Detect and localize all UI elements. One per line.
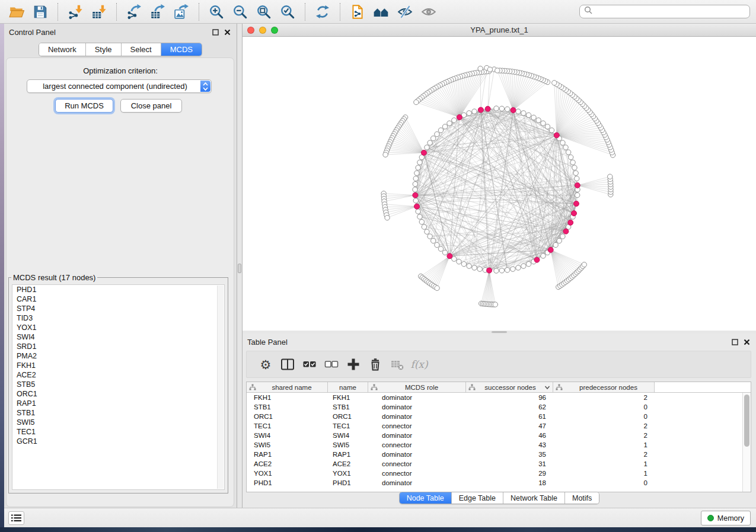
mcds-list-scrollbar[interactable]: [217, 286, 224, 489]
mcds-result-item[interactable]: TID3: [12, 313, 224, 323]
mcds-hub-node[interactable]: [478, 107, 483, 113]
settings-gear-icon[interactable]: ⚙: [257, 355, 275, 373]
tab-network[interactable]: Network: [39, 43, 86, 56]
tab-mcds[interactable]: MCDS: [161, 43, 202, 56]
zoom-in-icon[interactable]: [208, 3, 225, 21]
column-header-successor-nodes[interactable]: successor nodes: [466, 382, 553, 392]
zoom-fit-icon[interactable]: [255, 3, 273, 21]
mcds-hub-node[interactable]: [485, 106, 490, 111]
mcds-result-item[interactable]: YOX1: [12, 323, 224, 332]
task-list-button[interactable]: [8, 511, 24, 525]
mcds-hub-node[interactable]: [447, 254, 452, 259]
mcds-result-item[interactable]: PHD1: [12, 285, 224, 294]
deselect-all-icon[interactable]: [323, 355, 340, 373]
mcds-hub-node[interactable]: [421, 150, 426, 155]
column-header-predecessor-nodes[interactable]: predecessor nodes: [553, 382, 655, 392]
split-columns-icon[interactable]: [279, 355, 296, 373]
mcds-hub-node[interactable]: [511, 107, 516, 113]
mcds-hub-node[interactable]: [568, 220, 573, 225]
splitter-grip[interactable]: [492, 331, 507, 333]
table-row[interactable]: SWI4SWI4dominator462: [247, 431, 751, 440]
mcds-result-item[interactable]: ACE2: [12, 370, 224, 380]
export-image-icon[interactable]: [173, 3, 190, 21]
memory-button[interactable]: Memory: [701, 511, 751, 525]
mcds-result-item[interactable]: PMA2: [12, 351, 224, 361]
mcds-result-item[interactable]: SWI4: [12, 332, 224, 342]
add-column-icon[interactable]: [344, 355, 362, 373]
mcds-hub-node[interactable]: [457, 114, 462, 120]
table-row[interactable]: RAP1RAP1dominator352: [247, 450, 751, 459]
table-row[interactable]: ACE2ACE2connector311: [247, 459, 751, 469]
import-network-icon[interactable]: [66, 3, 84, 21]
mcds-hub-node[interactable]: [575, 182, 580, 188]
mcds-hub-node[interactable]: [554, 133, 559, 138]
table-row[interactable]: TEC1TEC1connector472: [247, 421, 751, 431]
search-input[interactable]: [593, 8, 745, 16]
run-mcds-button[interactable]: Run MCDS: [55, 99, 113, 113]
column-header-shared-name[interactable]: shared name: [247, 382, 328, 392]
mcds-result-item[interactable]: SWI5: [12, 418, 224, 427]
mcds-result-item[interactable]: STB1: [12, 408, 224, 418]
float-panel-icon[interactable]: [730, 337, 739, 347]
share-document-icon[interactable]: [349, 3, 366, 21]
table-row[interactable]: YOX1YOX1connector291: [247, 469, 751, 478]
mcds-result-item[interactable]: CAR1: [12, 294, 224, 304]
open-folder-icon[interactable]: [8, 3, 25, 21]
table-scrollbar[interactable]: [742, 393, 751, 492]
mcds-hub-node[interactable]: [548, 247, 553, 252]
tab-network-table[interactable]: Network Table: [503, 492, 565, 504]
import-table-icon[interactable]: [90, 3, 108, 21]
mcds-hub-node[interactable]: [534, 257, 540, 262]
export-table-icon[interactable]: [149, 3, 167, 21]
mcds-result-item[interactable]: TEC1: [12, 427, 224, 437]
mcds-hub-node[interactable]: [413, 193, 418, 198]
network-canvas[interactable]: [243, 37, 756, 331]
mcds-hub-node[interactable]: [563, 229, 569, 234]
close-panel-icon[interactable]: [222, 27, 232, 37]
mcds-hub-node[interactable]: [414, 204, 419, 209]
table-row[interactable]: PHD1PHD1dominator180: [247, 478, 751, 488]
network-window-titlebar[interactable]: YPA_prune.txt_1: [243, 24, 756, 37]
node-table[interactable]: shared namenameMCDS rolesuccessor nodesp…: [246, 382, 751, 492]
mcds-result-item[interactable]: FKH1: [12, 361, 224, 370]
tab-motifs[interactable]: Motifs: [565, 492, 599, 504]
search-field[interactable]: [579, 5, 750, 18]
optimization-criterion-select[interactable]: largest connected component (undirected): [27, 79, 212, 93]
close-panel-button[interactable]: Close panel: [120, 99, 182, 113]
close-panel-icon[interactable]: [742, 337, 751, 347]
tab-select[interactable]: Select: [122, 43, 161, 56]
hide-selection-icon[interactable]: [396, 3, 414, 21]
circular-network-graph[interactable]: [243, 37, 756, 331]
mcds-result-item[interactable]: STP4: [12, 304, 224, 313]
save-icon[interactable]: [31, 3, 49, 21]
mcds-result-list[interactable]: PHD1CAR1STP4TID3YOX1SWI4SRD1PMA2FKH1ACE2…: [12, 284, 225, 490]
show-all-icon[interactable]: [420, 3, 438, 21]
tab-edge-table[interactable]: Edge Table: [452, 492, 503, 504]
vertical-splitter[interactable]: [237, 24, 243, 508]
refresh-layout-icon[interactable]: [314, 3, 331, 21]
float-panel-icon[interactable]: [210, 27, 220, 37]
mcds-result-item[interactable]: SRD1: [12, 342, 224, 351]
splitter-grip[interactable]: [238, 264, 241, 273]
export-network-icon[interactable]: [125, 3, 143, 21]
delete-column-icon[interactable]: [366, 355, 384, 373]
mcds-result-item[interactable]: STB5: [12, 380, 224, 389]
table-row[interactable]: FKH1FKH1dominator962: [247, 393, 751, 402]
mcds-hub-node[interactable]: [573, 201, 579, 206]
zoom-selected-icon[interactable]: [279, 3, 296, 21]
mcds-result-item[interactable]: ORC1: [12, 389, 224, 399]
tab-style[interactable]: Style: [86, 43, 122, 56]
zoom-out-icon[interactable]: [231, 3, 249, 21]
table-scrollbar-thumb[interactable]: [744, 395, 749, 447]
mcds-hub-node[interactable]: [572, 211, 577, 216]
table-row[interactable]: SWI5SWI5connector431: [247, 440, 751, 450]
first-neighbors-icon[interactable]: [372, 3, 390, 21]
mcds-hub-node[interactable]: [487, 268, 492, 273]
table-row[interactable]: STB1STB1dominator620: [247, 402, 751, 412]
column-header-MCDS-role[interactable]: MCDS role: [368, 382, 466, 392]
mcds-result-item[interactable]: RAP1: [12, 399, 224, 408]
select-all-icon[interactable]: [301, 355, 318, 373]
mcds-result-item[interactable]: GCR1: [12, 437, 224, 446]
tab-node-table[interactable]: Node Table: [400, 492, 452, 504]
column-header-name[interactable]: name: [328, 382, 368, 392]
